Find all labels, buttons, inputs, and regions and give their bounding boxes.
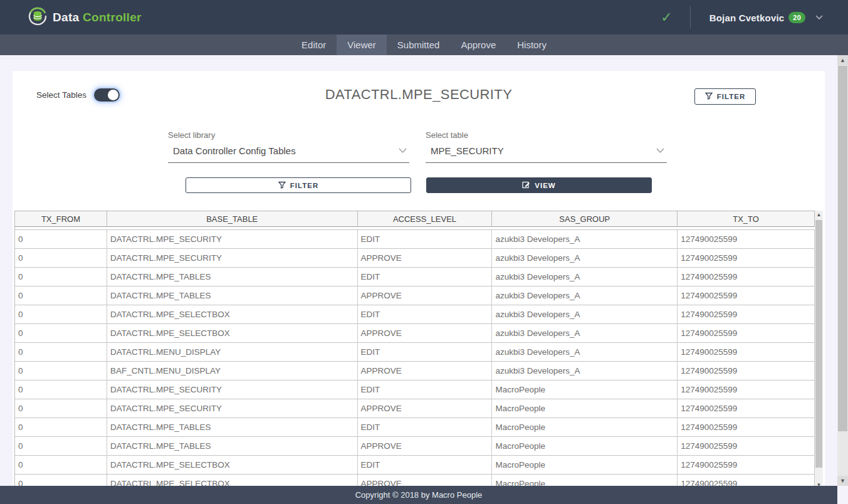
grid-cell[interactable]: EDIT <box>358 343 493 362</box>
grid-cell[interactable]: 0 <box>15 343 107 362</box>
grid-cell[interactable]: DATACTRL.MPE_SECURITY <box>107 381 358 399</box>
column-header[interactable]: SAS_GROUP <box>492 211 678 227</box>
grid-cell[interactable]: azukbi3 Developers_A <box>492 230 678 249</box>
grid-cell[interactable]: 127490025599 <box>678 324 815 343</box>
grid-cell[interactable]: 127490025599 <box>678 437 815 456</box>
filter-button[interactable]: FILTER <box>186 177 411 193</box>
grid-cell[interactable]: APPROVE <box>358 399 493 418</box>
scroll-up-icon[interactable]: ▲ <box>815 211 823 219</box>
column-header[interactable]: TX_FROM <box>15 211 107 227</box>
grid-cell[interactable]: 127490025599 <box>678 230 815 249</box>
grid-cell[interactable]: APPROVE <box>358 437 493 456</box>
grid-cell[interactable]: 127490025599 <box>678 362 815 381</box>
data-grid: TX_FROM BASE_TABLE ACCESS_LEVEL SAS_GROU… <box>14 211 815 489</box>
grid-cell[interactable]: 127490025599 <box>678 381 815 399</box>
chevron-down-icon <box>656 145 664 155</box>
app-logo: Data Controller <box>28 7 142 28</box>
grid-scrollbar-thumb[interactable] <box>815 220 822 468</box>
grid-cell[interactable]: DATACTRL.MPE_SECURITY <box>107 230 358 249</box>
tab-submitted[interactable]: Submitted <box>387 34 451 55</box>
grid-cell[interactable]: APPROVE <box>358 286 493 305</box>
grid-cell[interactable]: MacroPeople <box>492 456 678 475</box>
grid-cell[interactable]: 127490025599 <box>678 456 815 475</box>
filter-button-top[interactable]: FILTER <box>694 88 756 105</box>
grid-cell[interactable]: EDIT <box>358 230 493 249</box>
grid-cell[interactable]: APPROVE <box>358 324 493 343</box>
grid-cell[interactable]: 0 <box>15 286 107 305</box>
grid-cell[interactable]: EDIT <box>358 305 493 324</box>
grid-cell[interactable]: 127490025599 <box>678 343 815 362</box>
select-table-dropdown[interactable]: MPE_SECURITY <box>426 145 667 163</box>
grid-cell[interactable]: 0 <box>15 381 107 399</box>
grid-cell[interactable]: DATACTRL.MPE_SECURITY <box>107 399 358 418</box>
grid-cell[interactable]: DATACTRL.MPE_SELECTBOX <box>107 456 358 475</box>
grid-cell[interactable]: DATACTRL.MPE_SELECTBOX <box>107 324 358 343</box>
grid-cell[interactable]: EDIT <box>358 381 493 399</box>
window-scrollbar[interactable]: ▲ ▼ <box>837 55 848 486</box>
grid-cell[interactable]: MacroPeople <box>492 418 678 437</box>
grid-cell[interactable]: DATACTRL.MENU_DISPLAY <box>107 343 358 362</box>
grid-scrollbar[interactable]: ▲ ▼ <box>815 211 823 489</box>
grid-cell[interactable]: 0 <box>15 362 107 381</box>
grid-cell[interactable]: 0 <box>15 437 107 456</box>
grid-cell[interactable]: 127490025599 <box>678 286 815 305</box>
grid-cell[interactable]: azukbi3 Developers_A <box>492 362 678 381</box>
grid-cell[interactable]: MacroPeople <box>492 399 678 418</box>
status-check-icon: ✓ <box>661 9 672 26</box>
grid-row: 0DATACTRL.MPE_SELECTBOXEDITMacroPeople12… <box>15 456 815 475</box>
grid-cell[interactable]: azukbi3 Developers_A <box>492 249 678 268</box>
chevron-down-icon[interactable] <box>815 13 823 22</box>
grid-cell[interactable]: MacroPeople <box>492 437 678 456</box>
grid-cell[interactable]: 0 <box>15 324 107 343</box>
column-header[interactable]: ACCESS_LEVEL <box>358 211 493 227</box>
grid-cell[interactable]: 127490025599 <box>678 268 815 286</box>
grid-cell[interactable]: 0 <box>15 268 107 286</box>
window-scrollbar-thumb[interactable] <box>838 66 847 431</box>
tab-viewer[interactable]: Viewer <box>337 34 387 55</box>
grid-cell[interactable]: BAF_CNTL.MENU_DISPLAY <box>107 362 358 381</box>
grid-cell[interactable]: azukbi3 Developers_A <box>492 343 678 362</box>
tab-history[interactable]: History <box>506 34 557 55</box>
grid-cell[interactable]: 0 <box>15 249 107 268</box>
grid-cell[interactable]: DATACTRL.MPE_TABLES <box>107 268 358 286</box>
scroll-up-icon[interactable]: ▲ <box>837 55 848 65</box>
grid-cell[interactable]: DATACTRL.MPE_TABLES <box>107 418 358 437</box>
column-header[interactable]: TX_TO <box>678 211 815 227</box>
top-navbar: Data Controller ✓ Bojan Cvetkovic20 <box>0 0 848 34</box>
grid-cell[interactable]: 127490025599 <box>678 399 815 418</box>
grid-cell[interactable]: DATACTRL.MPE_SECURITY <box>107 249 358 268</box>
grid-row: 0DATACTRL.MPE_SELECTBOXAPPROVEazukbi3 De… <box>15 324 815 343</box>
grid-cell[interactable]: DATACTRL.MPE_TABLES <box>107 437 358 456</box>
grid-cell[interactable]: 0 <box>15 399 107 418</box>
grid-cell[interactable]: DATACTRL.MPE_TABLES <box>107 286 358 305</box>
select-library-dropdown[interactable]: Data Controller Config Tables <box>168 145 409 163</box>
grid-row: 0DATACTRL.MPE_TABLESAPPROVEazukbi3 Devel… <box>15 286 815 305</box>
grid-cell[interactable]: 127490025599 <box>678 418 815 437</box>
grid-cell[interactable]: EDIT <box>358 418 493 437</box>
view-button[interactable]: VIEW <box>426 177 652 193</box>
tab-approve[interactable]: Approve <box>450 34 506 55</box>
grid-cell[interactable]: EDIT <box>358 268 493 286</box>
grid-cell[interactable]: azukbi3 Developers_A <box>492 305 678 324</box>
grid-cell[interactable]: 127490025599 <box>678 249 815 268</box>
grid-cell[interactable]: 0 <box>15 305 107 324</box>
grid-cell[interactable]: azukbi3 Developers_A <box>492 268 678 286</box>
grid-row: 0DATACTRL.MPE_SECURITYAPPROVEazukbi3 Dev… <box>15 249 815 268</box>
chevron-down-icon <box>399 145 407 155</box>
grid-cell[interactable]: DATACTRL.MPE_SELECTBOX <box>107 305 358 324</box>
grid-cell[interactable]: 0 <box>15 418 107 437</box>
grid-cell[interactable]: 0 <box>15 230 107 249</box>
select-table-value: MPE_SECURITY <box>431 145 504 156</box>
grid-cell[interactable]: APPROVE <box>358 362 493 381</box>
grid-cell[interactable]: EDIT <box>358 456 493 475</box>
tab-editor[interactable]: Editor <box>291 34 337 55</box>
scroll-down-icon[interactable]: ▼ <box>837 476 848 486</box>
grid-cell[interactable]: 127490025599 <box>678 305 815 324</box>
grid-cell[interactable]: azukbi3 Developers_A <box>492 286 678 305</box>
grid-cell[interactable]: MacroPeople <box>492 381 678 399</box>
grid-cell[interactable]: 0 <box>15 456 107 475</box>
column-header[interactable]: BASE_TABLE <box>107 211 358 227</box>
grid-cell[interactable]: azukbi3 Developers_A <box>492 324 678 343</box>
user-menu[interactable]: Bojan Cvetkovic20 <box>709 12 805 23</box>
grid-cell[interactable]: APPROVE <box>358 249 493 268</box>
